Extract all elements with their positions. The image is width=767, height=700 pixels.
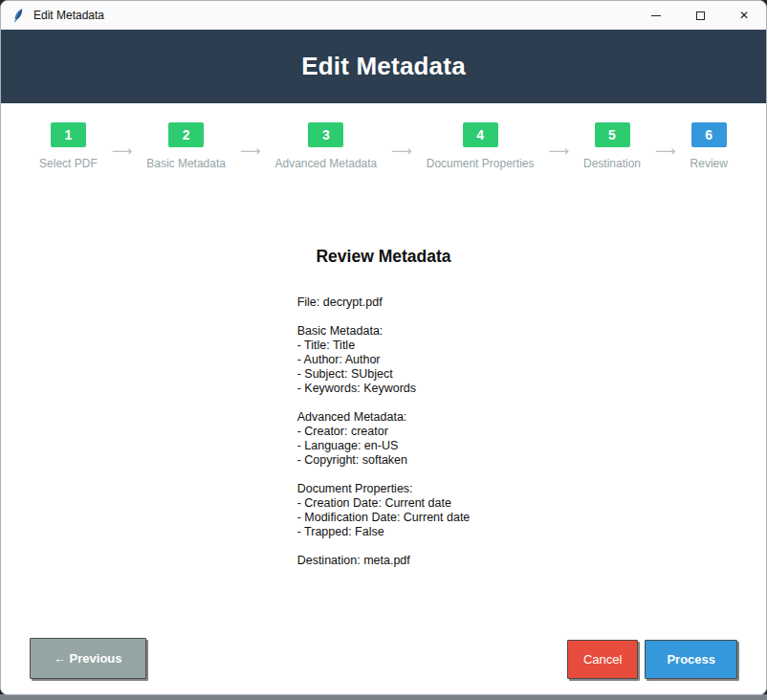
step-number-badge: 1: [51, 122, 86, 147]
title-bar: Edit Metadata ✕: [1, 1, 766, 30]
footer-right-group: Cancel Process: [567, 640, 737, 679]
step-item: 2 Basic Metadata ⟶: [146, 122, 274, 170]
step-number-badge: 4: [463, 122, 498, 147]
step-item: 1 Select PDF ⟶: [39, 122, 146, 170]
summary-section: Advanced Metadata: - Creator: creator - …: [297, 410, 471, 468]
step-label: Document Properties: [427, 157, 535, 170]
maximize-button[interactable]: [678, 1, 722, 30]
review-summary: File: decrypt.pdf Basic Metadata: - Titl…: [297, 295, 471, 568]
close-icon: ✕: [739, 10, 749, 21]
section-item: - Keywords: Keywords: [297, 382, 471, 396]
arrow-icon: ⟶: [655, 142, 676, 160]
section-title: Advanced Metadata:: [297, 410, 471, 425]
page-title: Edit Metadata: [301, 52, 466, 81]
section-items: - Title: Title - Author: Author - Subjec…: [297, 339, 471, 396]
summary-sections: Basic Metadata: - Title: Title - Author:…: [297, 324, 471, 539]
screen: Edit Metadata ✕ Edit Metadata: [0, 0, 767, 700]
feather-app-icon: [11, 8, 26, 23]
window-controls: ✕: [634, 1, 766, 30]
section-item: - Creator: creator: [297, 425, 471, 439]
step-item: 3 Advanced Metadata ⟶: [275, 122, 427, 170]
step-number-badge: 2: [168, 122, 204, 147]
minimize-icon: [651, 15, 661, 16]
section-items: - Creation Date: Current date - Modifica…: [297, 496, 471, 539]
step-label: Basic Metadata: [146, 157, 226, 170]
window-title: Edit Metadata: [33, 9, 104, 22]
maximize-icon: [696, 11, 705, 20]
step-label: Review: [690, 157, 728, 170]
file-line: File: decrypt.pdf: [297, 295, 471, 310]
section-item: - Creation Date: Current date: [297, 496, 471, 511]
arrow-icon: ⟶: [240, 142, 261, 160]
section-item: - Modification Date: Current date: [297, 511, 471, 525]
section-items: - Creator: creator - Language: en-US - C…: [297, 425, 471, 468]
close-button[interactable]: ✕: [722, 1, 766, 30]
destination-line: Destination: meta.pdf: [297, 554, 471, 568]
step-item: 4 Document Properties ⟶: [427, 122, 583, 170]
step-label: Select PDF: [39, 157, 98, 170]
step-number-badge: 6: [691, 122, 727, 147]
step-label: Destination: [583, 157, 641, 170]
section-item: - Trapped: False: [297, 525, 471, 539]
step-item: 6 Review ⟶: [690, 122, 728, 170]
step-number-badge: 5: [595, 122, 630, 147]
cancel-button[interactable]: Cancel: [567, 640, 638, 679]
footer-bar: ← Previous Cancel Process: [1, 638, 766, 694]
step-bar: 1 Select PDF ⟶ 2 Basic Metadata ⟶ 3: [1, 103, 766, 202]
previous-button[interactable]: ← Previous: [30, 638, 146, 679]
wizard-header: Edit Metadata: [1, 30, 766, 103]
step-number-badge: 3: [308, 122, 343, 147]
minimize-button[interactable]: [634, 1, 678, 30]
arrow-icon: ⟶: [548, 142, 569, 160]
section-item: - Copyright: softaken: [297, 453, 471, 468]
section-item: - Author: Author: [297, 353, 471, 367]
section-item: - Language: en-US: [297, 439, 471, 453]
section-title: Document Properties:: [297, 482, 471, 496]
summary-section: Basic Metadata: - Title: Title - Author:…: [297, 324, 471, 396]
section-title: Basic Metadata:: [297, 324, 471, 339]
process-button[interactable]: Process: [645, 640, 737, 679]
section-item: - Subject: SUbject: [297, 367, 471, 382]
arrow-icon: ⟶: [391, 142, 412, 160]
arrow-icon: ⟶: [112, 142, 133, 160]
review-heading: Review Metadata: [1, 246, 766, 268]
summary-section: Document Properties: - Creation Date: Cu…: [297, 482, 471, 539]
app-window: Edit Metadata ✕ Edit Metadata: [0, 0, 767, 695]
step-label: Advanced Metadata: [275, 157, 378, 170]
section-item: - Title: Title: [297, 339, 471, 353]
step-item: 5 Destination ⟶: [583, 122, 690, 170]
main-content: Review Metadata File: decrypt.pdf Basic …: [1, 202, 766, 694]
